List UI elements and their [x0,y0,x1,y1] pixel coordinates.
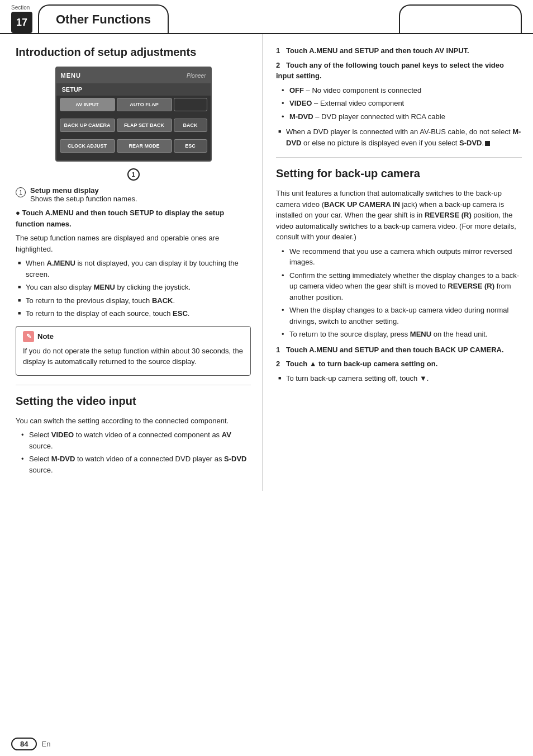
menu-btn-backup-camera: BACK UP CAMERA [60,119,115,132]
divider-2 [276,157,522,158]
marker-1: 1 [127,168,140,181]
bullet-3: To return to the previous display, touch… [18,295,251,306]
divider-1 [16,385,251,385]
menu-btn-empty1 [174,98,207,111]
backup-bullet-4: To return to the source display, press M… [282,329,522,340]
menu-btn-back: BACK [174,119,207,132]
right-column: 1 Touch A.MENU and SETUP and then touch … [263,34,533,491]
note-icon: ✎ [23,331,34,342]
step-b2-heading: 2 Touch ▲ to turn back-up camera setting… [276,358,522,370]
video-intro: You can switch the setting according to … [16,415,251,427]
menu-btn-clock-adjust: CLOCK ADJUST [60,139,115,153]
page-title: Other Functions [56,12,151,27]
note-body: If you do not operate the setup function… [23,346,244,367]
footer: 84 En [11,738,50,750]
header-page-box [399,4,522,33]
menu-image: MENU Pioneer SETUP AV INPUT AUTO FLAP BA… [55,67,212,162]
section-number: 17 [11,12,32,33]
bullet-4: To return to the display of each source,… [18,308,251,319]
bullet-1: When A.MENU is not displayed, you can di… [18,258,251,280]
video-bullets: Select VIDEO to watch video of a connect… [21,429,251,475]
end-square [485,141,490,146]
menu-btn-flap-set-back: FLAP SET BACK [117,119,172,132]
page-number: 84 [11,738,37,750]
v-note-list: When a DVD player is connected with an A… [278,126,522,148]
menu-grid: AV INPUT AUTO FLAP BACK UP CAMERA FLAP S… [56,96,211,160]
header-title-box: Other Functions [38,4,169,33]
menu-btn-auto-flap: AUTO FLAP [117,98,172,111]
item-setup-text: Setup menu display Shows the setup funct… [30,186,251,203]
video-heading: Setting the video input [16,394,251,408]
step1-bullets: When A.MENU is not displayed, you can di… [18,258,251,319]
v-option-mdvd: M-DVD – DVD player connected with RCA ca… [282,111,522,122]
pioneer-logo: Pioneer [187,73,206,79]
menu-setup-bar: SETUP [56,83,211,96]
step-b2-note-item: To turn back-up camera setting off, touc… [278,373,522,384]
circle-1: 1 [16,187,26,197]
menu-top-bar: MENU Pioneer [56,68,211,83]
backup-bullet-3: When the display changes to a back-up ca… [282,305,522,327]
menu-logo: MENU [61,72,81,79]
menu-btn-av-input: AV INPUT [60,98,115,111]
v-options-list: OFF – No video component is connected VI… [282,85,522,122]
item-setup-menu: 1 Setup menu display Shows the setup fun… [16,186,251,203]
marker-label: Setup menu display [30,186,99,195]
section-badge: Section 17 [11,4,32,33]
v-option-video: VIDEO – External video component [282,98,522,109]
v-option-off: OFF – No video component is connected [282,85,522,96]
backup-bullet-2: Confirm the setting immediately whether … [282,270,522,303]
note-title: ✎ Note [23,331,244,342]
marker-container: 1 [16,166,251,183]
left-column: Introduction of setup adjustments MENU P… [0,34,263,491]
note-box: ✎ Note If you do not operate the setup f… [16,326,251,376]
step-b1-heading: 1 Touch A.MENU and SETUP and then touch … [276,344,522,356]
backup-heading: Setting for back-up camera [276,167,522,180]
intro-heading: Introduction of setup adjustments [16,45,251,59]
section-label: Section [11,4,30,11]
step1-heading-text: Touch A.MENU and then touch SETUP to dis… [16,209,224,228]
page-header: Section 17 Other Functions [0,0,533,34]
v-note-item: When a DVD player is connected with an A… [278,126,522,148]
backup-intro: This unit features a function that autom… [276,188,522,243]
step1-heading: ● Touch A.MENU and then touch SETUP to d… [16,207,251,229]
step-v1-heading: 1 Touch A.MENU and SETUP and then touch … [276,45,522,56]
menu-btn-esc: ESC [174,139,207,153]
menu-setup-text: SETUP [62,86,83,93]
note-label: Note [37,332,54,341]
main-content: Introduction of setup adjustments MENU P… [0,34,533,491]
language-label: En [41,740,50,748]
step-b2-note: To turn back-up camera setting off, touc… [278,373,522,384]
step1-body: The setup function names are displayed a… [16,233,251,254]
backup-bullet-1: We recommend that you use a camera which… [282,246,522,268]
video-bullet-1: Select VIDEO to watch video of a connect… [21,429,251,451]
menu-btn-rear-mode: REAR MODE [117,139,172,153]
marker-desc: Shows the setup function names. [30,195,137,203]
bullet-2: You can also display MENU by clicking th… [18,282,251,293]
video-bullet-2: Select M-DVD to watch video of a connect… [21,453,251,475]
step-v2-heading: 2 Touch any of the following touch panel… [276,60,522,82]
backup-bullets: We recommend that you use a camera which… [282,246,522,340]
